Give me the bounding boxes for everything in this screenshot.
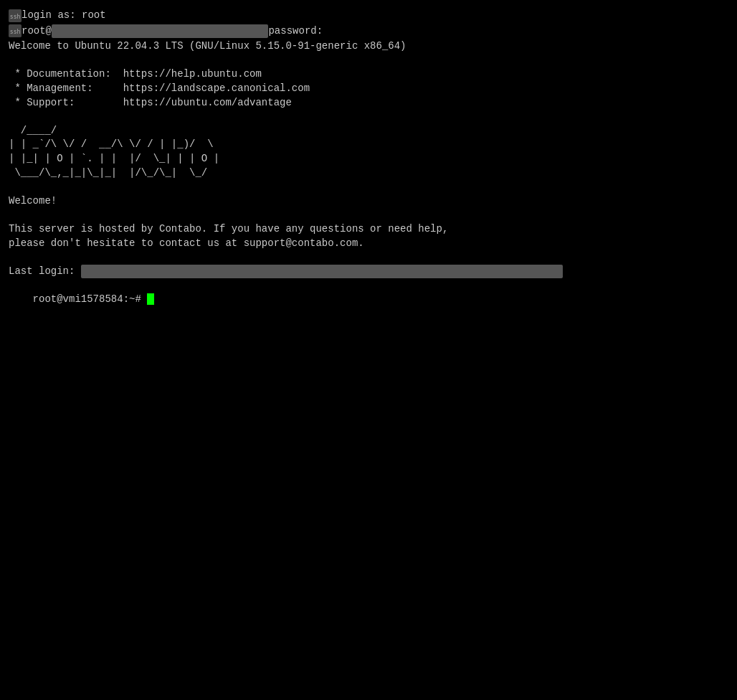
mgmt-line: * Management: https://landscape.canonica…: [9, 82, 728, 96]
redacted-last-login: [81, 265, 563, 279]
doc-line: * Documentation: https://help.ubuntu.com: [9, 67, 728, 82]
svg-text:ssh: ssh: [10, 28, 21, 35]
password-prefix: root@: [22, 24, 52, 39]
ascii-art-3: | |_| | O | `. | | |/ \_| | | O |: [9, 152, 728, 166]
login-text: login as: root: [22, 9, 106, 23]
support-line: * Support: https://ubuntu.com/advantage: [9, 96, 728, 110]
blank-2: [9, 110, 728, 124]
login-line: ssh login as: root: [9, 9, 728, 23]
ssh-icon-2: ssh: [9, 24, 22, 37]
contabo-line-1: This server is hosted by Contabo. If you…: [9, 222, 728, 237]
welcome-ubuntu: Welcome to Ubuntu 22.04.3 LTS (GNU/Linux…: [9, 39, 728, 54]
prompt-text: root@vmi1578584:~#: [33, 293, 148, 305]
welcome-message: Welcome!: [9, 194, 728, 209]
password-line: ssh root@ password:: [9, 24, 728, 39]
contabo-line-2: please don't hesitate to contact us at s…: [9, 237, 728, 251]
blank-1: [9, 54, 728, 68]
svg-text:ssh: ssh: [10, 12, 21, 19]
redacted-hostname: [52, 24, 268, 39]
terminal: ssh login as: root ssh root@ password: W…: [6, 6, 731, 694]
ssh-icon: ssh: [9, 9, 22, 22]
blank-5: [9, 250, 728, 265]
ascii-art-2: | | _`/\ \/ / __/\ \/ / | |_)/ \: [9, 138, 728, 152]
last-login-prefix: Last login:: [9, 265, 81, 277]
blank-3: [9, 180, 728, 194]
blank-4: [9, 208, 728, 222]
last-login-line: Last login:: [9, 265, 728, 279]
command-prompt-line[interactable]: root@vmi1578584:~#: [9, 278, 728, 321]
cursor: [147, 293, 154, 305]
ascii-art-1: /____/: [9, 124, 728, 138]
password-suffix: password:: [268, 24, 323, 39]
ascii-art-4: \___/\_,_|_|\_|_| |/\_/\_| \_/: [9, 166, 728, 181]
